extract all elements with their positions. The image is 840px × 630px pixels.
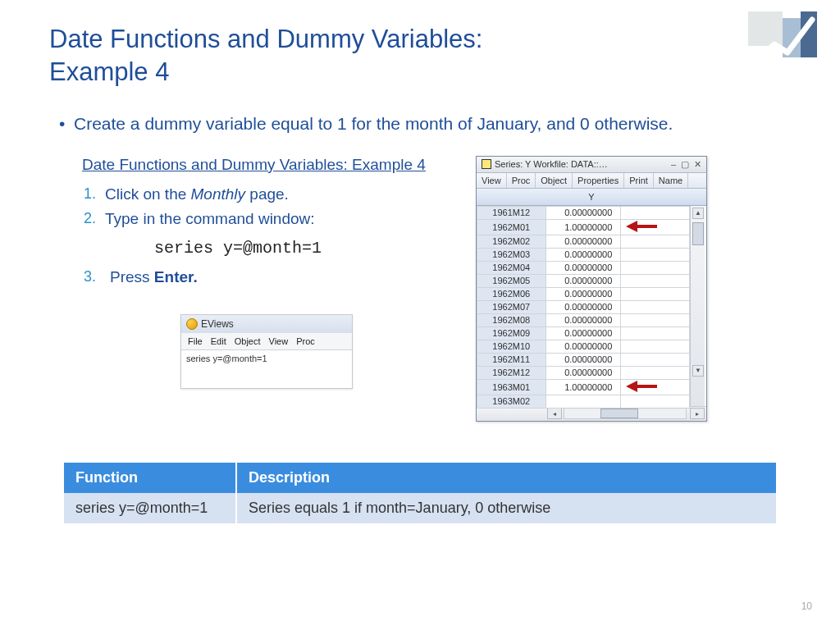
left-column: Date Functions and Dummy Variables: Exam… <box>49 156 476 389</box>
menu-object[interactable]: Object <box>235 336 261 346</box>
slide-title: Date Functions and Dummy Variables: Exam… <box>49 23 640 89</box>
tb-print[interactable]: Print <box>624 173 654 188</box>
logo-icon <box>748 11 817 71</box>
eviews-command-window: EViews File Edit Object View Proc series… <box>180 314 353 389</box>
vertical-scrollbar[interactable]: ▲ ▼ <box>690 206 705 406</box>
cmdwin-menubar: File Edit Object View Proc <box>181 333 352 349</box>
value-cell: 0.00000000 <box>546 248 621 261</box>
date-cell: 1961M12 <box>477 206 546 219</box>
extra-cell <box>621 248 690 261</box>
series-grid: 1961M120.000000001962M011.000000001962M0… <box>477 206 706 406</box>
th-description: Description <box>236 463 776 493</box>
extra-cell <box>621 353 690 366</box>
series-column-header: Y <box>477 189 706 206</box>
tb-properties[interactable]: Properties <box>573 173 624 188</box>
menu-edit[interactable]: Edit <box>211 336 226 346</box>
td-function: series y=@month=1 <box>64 493 236 523</box>
extra-cell <box>621 219 690 235</box>
step-1: Click on the Monthly page. <box>105 182 476 207</box>
eviews-icon <box>186 318 198 330</box>
minimize-icon[interactable]: – <box>671 159 676 170</box>
value-cell: 0.00000000 <box>546 235 621 248</box>
table-row: 1962M060.00000000 <box>477 287 690 300</box>
extra-cell <box>621 235 690 248</box>
title-line-1: Date Functions and Dummy Variables: <box>49 25 482 53</box>
value-cell: 0.00000000 <box>546 366 621 379</box>
maximize-icon[interactable]: ▢ <box>681 159 689 170</box>
scroll-up-icon[interactable]: ▲ <box>692 208 704 219</box>
code-line: series y=@month=1 <box>154 235 476 262</box>
date-cell: 1963M01 <box>477 379 546 395</box>
table-row: 1962M110.00000000 <box>477 353 690 366</box>
table-row: 1962M030.00000000 <box>477 248 690 261</box>
value-cell: 0.00000000 <box>546 326 621 340</box>
td-description: Series equals 1 if month=January, 0 othe… <box>236 493 776 523</box>
menu-proc[interactable]: Proc <box>296 336 315 346</box>
menu-file[interactable]: File <box>188 336 203 346</box>
value-cell: 0.00000000 <box>546 287 621 300</box>
slide: Date Functions and Dummy Variables: Exam… <box>0 0 840 630</box>
hscroll-thumb[interactable] <box>600 409 638 418</box>
close-icon[interactable]: ✕ <box>694 159 701 170</box>
cmdwin-titlebar: EViews <box>181 315 352 333</box>
value-cell: 0.00000000 <box>546 313 621 326</box>
value-cell: 1.00000000 <box>546 219 621 235</box>
table-row: 1962M090.00000000 <box>477 326 690 340</box>
tb-view[interactable]: View <box>477 173 507 188</box>
date-cell: 1962M05 <box>477 274 546 287</box>
hscroll-track[interactable] <box>564 408 687 419</box>
steps-heading: Date Functions and Dummy Variables: Exam… <box>82 156 476 174</box>
date-cell: 1962M11 <box>477 353 546 366</box>
scroll-left-icon[interactable]: ◂ <box>547 408 562 419</box>
table-row: 1963M011.00000000 <box>477 379 690 395</box>
title-line-2: Example 4 <box>49 57 169 86</box>
cmdwin-title: EViews <box>201 318 234 330</box>
series-title-text: Series: Y Workfile: DATA::… <box>495 159 608 169</box>
content-row: Date Functions and Dummy Variables: Exam… <box>49 156 791 422</box>
value-cell: 0.00000000 <box>546 353 621 366</box>
annotation-arrow-icon <box>626 221 667 232</box>
value-cell: 0.00000000 <box>546 340 621 353</box>
extra-cell <box>621 313 690 326</box>
command-input[interactable]: series y=@month=1 <box>181 349 352 388</box>
tb-object[interactable]: Object <box>536 173 573 188</box>
table-row: 1961M120.00000000 <box>477 206 690 219</box>
series-window: Series: Y Workfile: DATA::… – ▢ ✕ View P… <box>476 156 707 422</box>
date-cell: 1962M10 <box>477 340 546 353</box>
annotation-arrow-icon <box>626 381 667 392</box>
table-row: 1962M011.00000000 <box>477 219 690 235</box>
step-2: Type in the command window: series y=@mo… <box>105 207 476 261</box>
tb-name[interactable]: Name <box>654 173 688 188</box>
series-toolbar: View Proc Object Properties Print Name <box>477 173 706 189</box>
series-table: 1961M120.000000001962M011.000000001962M0… <box>477 206 690 409</box>
value-cell: 0.00000000 <box>546 206 621 219</box>
extra-cell <box>621 326 690 340</box>
scroll-down-icon[interactable]: ▼ <box>692 365 704 377</box>
date-cell: 1962M08 <box>477 313 546 326</box>
extra-cell <box>621 366 690 379</box>
table-row: 1962M020.00000000 <box>477 235 690 248</box>
extra-cell <box>621 287 690 300</box>
value-cell: 0.00000000 <box>546 274 621 287</box>
date-cell: 1962M06 <box>477 287 546 300</box>
scroll-right-icon[interactable]: ▸ <box>690 408 705 419</box>
table-row: 1962M050.00000000 <box>477 274 690 287</box>
extra-cell <box>621 379 690 395</box>
date-cell: 1962M12 <box>477 366 546 379</box>
extra-cell <box>621 261 690 274</box>
table-row: 1962M100.00000000 <box>477 340 690 353</box>
extra-cell <box>621 395 690 408</box>
date-cell: 1962M02 <box>477 235 546 248</box>
date-cell: 1962M09 <box>477 326 546 340</box>
menu-view[interactable]: View <box>269 336 289 346</box>
table-row: 1962M080.00000000 <box>477 313 690 326</box>
step-3: Press Enter. <box>105 265 476 290</box>
extra-cell <box>621 206 690 219</box>
table-row: 1962M040.00000000 <box>477 261 690 274</box>
date-cell: 1963M02 <box>477 395 546 408</box>
value-cell: 1.00000000 <box>546 379 621 395</box>
tb-proc[interactable]: Proc <box>507 173 536 188</box>
date-cell: 1962M04 <box>477 261 546 274</box>
value-cell <box>546 395 621 408</box>
scroll-thumb[interactable] <box>692 222 704 245</box>
